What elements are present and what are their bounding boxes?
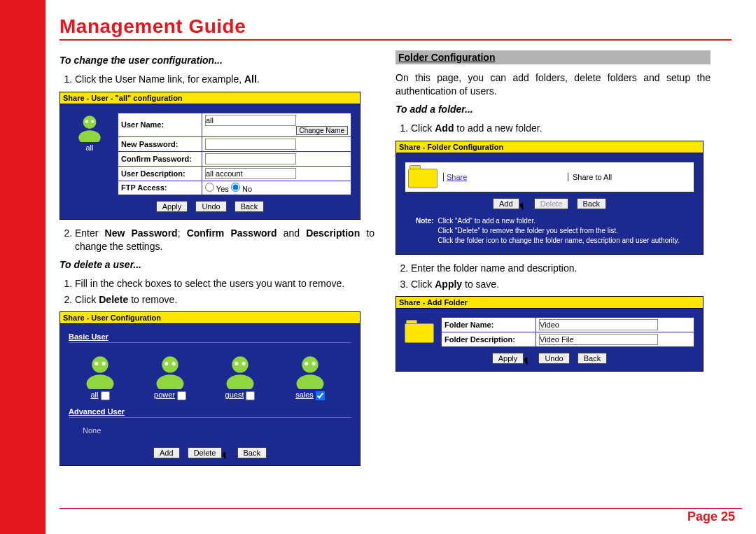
back-button[interactable]: Back <box>234 201 264 212</box>
svg-point-4 <box>92 357 108 373</box>
panel-title: Share - User Configuration <box>60 312 360 324</box>
step-text: Enter New Password; Confirm Password and… <box>75 227 374 253</box>
folder-icon <box>405 320 434 344</box>
page-number: Page 25 <box>687 510 735 524</box>
red-sidebar-strip <box>0 0 46 534</box>
svg-point-18 <box>304 362 308 365</box>
undo-button[interactable]: Undo <box>195 201 226 212</box>
user-form-table: User Name: Change Name New Password: Con… <box>118 113 351 195</box>
user-item[interactable]: all <box>76 353 125 400</box>
new-password-input[interactable] <box>205 139 296 150</box>
svg-point-9 <box>157 375 184 390</box>
right-column: Folder Configuration On this page, you c… <box>396 50 710 473</box>
heading-add-folder: To add a folder... <box>396 104 710 115</box>
cursor-icon <box>519 201 529 211</box>
panel-title: Share - Folder Configuration <box>396 141 703 153</box>
svg-point-11 <box>172 362 176 365</box>
user-checkbox[interactable] <box>316 391 325 400</box>
change-name-button[interactable]: Change Name <box>296 126 348 135</box>
user-item[interactable]: power <box>146 353 195 400</box>
folder-desc: Share to All <box>568 173 659 181</box>
confirm-password-input[interactable] <box>205 153 296 164</box>
user-desc-input[interactable] <box>205 168 296 179</box>
user-checkbox[interactable] <box>177 391 186 400</box>
screenshot-user-list: Share - User Configuration Basic User al… <box>59 311 360 466</box>
username-input[interactable] <box>205 115 296 126</box>
user-item[interactable]: guest <box>216 353 265 400</box>
step-text: Enter the folder name and description. <box>411 262 710 275</box>
apply-button[interactable]: Apply <box>492 353 524 364</box>
page-content: Management Guide To change the user conf… <box>46 0 756 473</box>
heading-change-user: To change the user configuration... <box>59 55 374 66</box>
svg-point-1 <box>78 130 101 142</box>
panel-title: Share - Add Folder <box>396 297 703 309</box>
step-text: Click Delete to remove. <box>75 293 374 307</box>
user-item[interactable]: sales <box>286 353 335 400</box>
user-grid: all power guest sales <box>69 349 351 407</box>
folder-desc-input[interactable] <box>539 334 658 345</box>
step-text: Fill in the check boxes to select the us… <box>75 277 374 290</box>
svg-point-16 <box>302 357 318 373</box>
folder-row[interactable]: Share Share to All <box>405 162 694 192</box>
intro-text: On this page, you can add folders, delet… <box>396 71 710 98</box>
step-text: Click Add to add a new folder. <box>411 122 710 135</box>
svg-point-7 <box>102 362 106 365</box>
folder-form-table: Folder Name: Folder Description: <box>441 317 694 347</box>
add-button[interactable]: Add <box>493 198 519 209</box>
back-button[interactable]: Back <box>578 353 607 364</box>
back-button[interactable]: Back <box>237 447 267 458</box>
step-text: Click Apply to save. <box>411 278 710 291</box>
page-title: Management Guide <box>59 15 732 41</box>
add-button[interactable]: Add <box>153 447 180 458</box>
svg-point-19 <box>312 362 316 365</box>
svg-point-17 <box>297 375 324 390</box>
svg-point-14 <box>234 362 238 365</box>
heading-delete-user: To delete a user... <box>59 259 374 270</box>
svg-point-13 <box>227 375 254 390</box>
note-text: Note:Click "Add" to add a new folder. No… <box>405 209 694 247</box>
svg-point-6 <box>94 362 98 365</box>
ftp-no-radio[interactable] <box>231 183 240 192</box>
user-checkbox[interactable] <box>101 391 110 400</box>
section-band: Folder Configuration <box>396 50 710 64</box>
svg-point-2 <box>85 120 88 122</box>
back-button[interactable]: Back <box>577 198 606 209</box>
footer-rule <box>59 508 742 509</box>
panel-title: Share - User - "all" configuration <box>60 92 360 104</box>
ftp-yes-radio[interactable] <box>205 183 214 192</box>
screenshot-add-folder: Share - Add Folder Folder Name: Folder D… <box>396 296 704 372</box>
svg-point-5 <box>87 375 114 390</box>
apply-button[interactable]: Apply <box>156 201 188 212</box>
step-text: Click the User Name link, for example, A… <box>75 73 374 86</box>
svg-point-3 <box>91 120 94 122</box>
folder-name-input[interactable] <box>539 319 658 330</box>
avatar: all <box>69 113 111 152</box>
svg-point-15 <box>242 362 246 365</box>
user-checkbox[interactable] <box>246 391 255 400</box>
delete-button-disabled: Delete <box>534 198 569 209</box>
cursor-icon <box>222 450 232 460</box>
delete-button[interactable]: Delete <box>188 447 223 458</box>
left-column: To change the user configuration... Clic… <box>59 50 374 473</box>
folder-link[interactable]: Share <box>443 173 562 181</box>
svg-point-8 <box>162 357 178 373</box>
svg-point-0 <box>83 115 97 129</box>
folder-icon <box>408 165 438 189</box>
cursor-icon <box>524 356 533 365</box>
screenshot-folder-config: Share - Folder Configuration Share Share… <box>396 141 704 255</box>
screenshot-user-config: Share - User - "all" configuration all U… <box>59 92 360 220</box>
undo-button[interactable]: Undo <box>538 353 569 364</box>
svg-point-10 <box>164 362 168 365</box>
svg-point-12 <box>232 357 248 373</box>
